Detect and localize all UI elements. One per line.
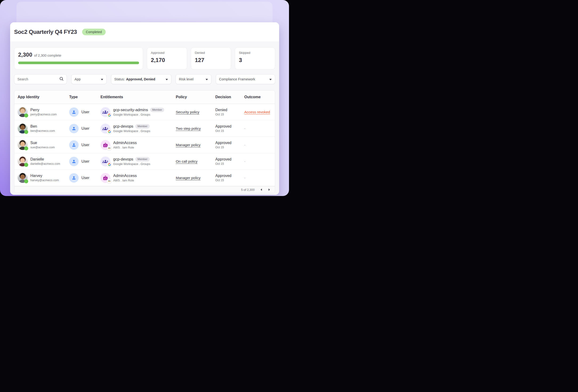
iam-badge-icon: aws bbox=[100, 173, 110, 183]
decision-status: Approved bbox=[215, 141, 232, 145]
member-role-badge: Member bbox=[135, 124, 149, 129]
risk-level-filter-label: Risk level bbox=[179, 77, 193, 81]
identity-name: Ben bbox=[30, 124, 55, 128]
search-input[interactable] bbox=[17, 77, 56, 81]
column-header-decision: Decision bbox=[212, 95, 241, 99]
google-groups-icon bbox=[100, 107, 110, 117]
type-cell: User bbox=[66, 140, 97, 150]
chevron-down-icon bbox=[269, 77, 272, 81]
user-icon bbox=[69, 157, 79, 166]
policy-link[interactable]: Manager policy bbox=[176, 143, 200, 147]
progress-card: 2,300 of 2,300 complete bbox=[14, 47, 143, 70]
stat-card-approved: Approved 2,170 bbox=[147, 47, 187, 70]
google-g-icon bbox=[107, 113, 112, 118]
type-cell: User bbox=[66, 124, 97, 133]
compliance-framework-filter-dropdown[interactable]: Compliance Framework bbox=[216, 74, 275, 84]
search-icon bbox=[59, 77, 63, 81]
entitlement-cell: gcp-security-admins Member Google Worksp… bbox=[97, 107, 173, 117]
entitlement-source: Google Workspace . Groups bbox=[113, 129, 150, 133]
column-header-outcome: Outcome bbox=[241, 95, 275, 99]
policy-cell: Security policy bbox=[173, 110, 212, 114]
decision-cell: Approved Oct 15 bbox=[212, 157, 241, 165]
outcome-link[interactable]: Access revoked bbox=[244, 110, 270, 114]
identity-cell: Danielle danielle@acmeco.com bbox=[14, 157, 66, 166]
progress-count: 2,300 bbox=[18, 51, 32, 58]
type-label: User bbox=[81, 159, 90, 163]
page-title: Soc2 Quarterly Q4 FY23 bbox=[14, 29, 77, 35]
previous-page-button[interactable] bbox=[259, 188, 263, 192]
identity-email: sue@acmeco.com bbox=[30, 146, 55, 149]
decision-date: Oct 15 bbox=[215, 129, 232, 133]
policy-cell: Manager policy bbox=[173, 176, 212, 180]
type-label: User bbox=[81, 110, 90, 114]
outcome-empty: - bbox=[244, 159, 245, 163]
access-review-table: App Identity Type Entitlements Policy De… bbox=[14, 90, 275, 193]
risk-level-filter-dropdown[interactable]: Risk level bbox=[176, 74, 211, 84]
entitlement-cell: gcp-devops Member Google Workspace . Gro… bbox=[97, 157, 173, 166]
presence-dot bbox=[24, 146, 28, 150]
decision-cell: Denied Oct 15 bbox=[212, 108, 241, 116]
policy-link[interactable]: On call policy bbox=[176, 159, 197, 163]
identity-email: danielle@acmeco.com bbox=[30, 162, 60, 165]
table-row: Harvey harvey@acmeco.com User aws bbox=[14, 170, 275, 186]
google-g-icon bbox=[107, 129, 112, 134]
progress-caption: of 2,300 complete bbox=[34, 54, 61, 57]
entitlement-source: Google Workspace . Groups bbox=[113, 113, 164, 116]
identity-name: Sue bbox=[30, 141, 55, 145]
next-page-button[interactable] bbox=[268, 188, 271, 192]
table-row: Sue sue@acmeco.com User aws bbox=[14, 137, 275, 153]
outcome-cell: - bbox=[241, 159, 275, 163]
outcome-cell: - bbox=[241, 143, 275, 147]
outcome-cell: - bbox=[241, 176, 275, 180]
summary-row: 2,300 of 2,300 complete Approved 2,170 D… bbox=[14, 47, 275, 70]
entitlement-cell: aws AdminAccess AWS . Iam Role bbox=[97, 173, 173, 183]
compliance-framework-filter-label: Compliance Framework bbox=[219, 77, 255, 81]
stat-value: 127 bbox=[195, 57, 227, 63]
chevron-down-icon bbox=[101, 77, 103, 81]
decision-cell: Approved Oct 15 bbox=[212, 124, 241, 133]
progress-bar bbox=[18, 62, 139, 64]
entitlement-source: AWS . Iam Role bbox=[113, 146, 137, 149]
stat-value: 2,170 bbox=[151, 57, 183, 63]
policy-link[interactable]: Two step policy bbox=[176, 126, 201, 131]
identity-cell: Perry perry@acmeco.com bbox=[14, 107, 66, 117]
status-filter-value: Approved, Denied bbox=[126, 77, 155, 81]
previous-page-icon bbox=[260, 188, 262, 191]
identity-name: Harvey bbox=[30, 174, 59, 178]
entitlement-name: gcp-devops bbox=[113, 157, 133, 161]
search-box[interactable] bbox=[14, 74, 67, 84]
presence-dot bbox=[24, 130, 28, 134]
type-label: User bbox=[81, 126, 90, 131]
card-header: Soc2 Quarterly Q4 FY23 Completed bbox=[10, 22, 279, 41]
identity-cell: Ben ben@acmeco.com bbox=[14, 124, 66, 133]
decision-date: Oct 15 bbox=[215, 162, 232, 165]
review-card: Soc2 Quarterly Q4 FY23 Completed 2,300 o… bbox=[10, 22, 279, 195]
policy-cell: On call policy bbox=[173, 159, 212, 163]
type-label: User bbox=[81, 143, 90, 147]
app-filter-dropdown[interactable]: App bbox=[71, 74, 107, 84]
svg-text:aws: aws bbox=[108, 180, 110, 181]
entitlement-name: AdminAccess bbox=[113, 141, 137, 145]
identity-email: harvey@acmeco.com bbox=[30, 179, 59, 182]
stat-card-skipped: Skipped 3 bbox=[235, 47, 275, 70]
presence-dot bbox=[24, 114, 28, 118]
stat-card-denied: Denied 127 bbox=[191, 47, 231, 70]
identity-email: ben@acmeco.com bbox=[30, 129, 55, 133]
avatar bbox=[18, 124, 28, 133]
column-header-type: Type bbox=[66, 95, 97, 99]
next-page-icon bbox=[268, 188, 271, 191]
policy-cell: Manager policy bbox=[173, 143, 212, 147]
table-header-row: App Identity Type Entitlements Policy De… bbox=[14, 90, 275, 104]
decision-cell: Approved Oct 15 bbox=[212, 141, 241, 149]
policy-link[interactable]: Manager policy bbox=[176, 176, 200, 180]
stat-label: Skipped bbox=[239, 51, 271, 54]
column-header-app-identity: App Identity bbox=[14, 95, 66, 99]
pagination-label: 5 of 2,300 bbox=[241, 188, 255, 192]
status-filter-dropdown[interactable]: Status:Approved, Denied bbox=[111, 74, 171, 84]
presence-dot bbox=[24, 163, 28, 167]
policy-link[interactable]: Security policy bbox=[176, 110, 199, 114]
entitlement-cell: gcp-devops Member Google Workspace . Gro… bbox=[97, 124, 173, 133]
decision-date: Oct 15 bbox=[215, 146, 232, 149]
entitlement-source: Google Workspace . Groups bbox=[113, 162, 150, 166]
outcome-cell: - bbox=[241, 127, 275, 130]
